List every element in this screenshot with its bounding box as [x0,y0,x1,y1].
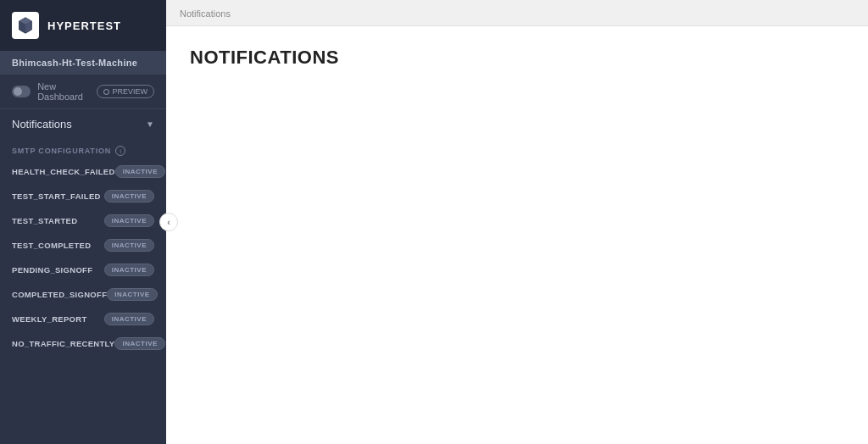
notification-item-name: NO_TRAFFIC_RECENTLY [12,339,114,348]
logo [12,12,39,39]
notification-item[interactable]: WEEKLY_REPORTINACTIVE [0,307,166,331]
sidebar: HYPERTEST Bhimcash-Ht-Test-Machine New D… [0,0,166,444]
dashboard-toggle[interactable] [12,86,31,97]
dashboard-label: New Dashboard [37,81,90,102]
inactive-status-badge: INACTIVE [104,239,154,252]
notification-items-list: HEALTH_CHECK_FAILEDINACTIVETEST_START_FA… [0,159,166,356]
notification-item-name: COMPLETED_SIGNOFF [12,290,107,299]
inactive-status-badge: INACTIVE [104,264,154,276]
page-title: NOTIFICATIONS [190,47,844,69]
notification-item[interactable]: HEALTH_CHECK_FAILEDINACTIVE [0,159,166,184]
info-icon[interactable]: i [115,146,125,156]
notification-item[interactable]: TEST_START_FAILEDINACTIVE [0,184,166,208]
breadcrumb: Notifications [166,0,868,26]
notifications-section[interactable]: Notifications ▼ [0,109,166,139]
notification-item-name: WEEKLY_REPORT [12,314,87,324]
notification-item-name: PENDING_SIGNOFF [12,265,92,275]
inactive-status-badge: INACTIVE [104,190,154,203]
collapse-button[interactable]: ‹ [159,213,178,231]
machine-name-label: Bhimcash-Ht-Test-Machine [0,51,166,75]
notification-item-name: TEST_START_FAILED [12,191,101,201]
notification-item[interactable]: TEST_COMPLETEDINACTIVE [0,233,166,258]
breadcrumb-text: Notifications [180,8,231,19]
brand-name: HYPERTEST [47,19,121,32]
notification-item-name: HEALTH_CHECK_FAILED [12,167,115,176]
notification-item[interactable]: NO_TRAFFIC_RECENTLYINACTIVE [0,331,166,356]
smtp-section: SMTP CONFIGURATION i [0,139,166,159]
notifications-label: Notifications [12,118,72,130]
smtp-label: SMTP CONFIGURATION [12,147,111,155]
dashboard-row: New Dashboard PREVIEW [0,75,166,109]
inactive-status-badge: INACTIVE [104,313,154,325]
main-body: NOTIFICATIONS [166,26,868,444]
main-content-area: Notifications NOTIFICATIONS [166,0,868,444]
notification-item[interactable]: TEST_STARTEDINACTIVE [0,208,166,233]
preview-dot-icon [103,89,109,95]
inactive-status-badge: INACTIVE [115,165,165,178]
notification-item-name: TEST_COMPLETED [12,241,91,250]
notification-item[interactable]: PENDING_SIGNOFFINACTIVE [0,258,166,282]
preview-badge[interactable]: PREVIEW [97,85,154,98]
inactive-status-badge: INACTIVE [107,288,157,301]
notification-item-name: TEST_STARTED [12,216,77,225]
inactive-status-badge: INACTIVE [104,214,154,227]
chevron-down-icon: ▼ [146,119,154,129]
inactive-status-badge: INACTIVE [114,337,164,350]
notification-item[interactable]: COMPLETED_SIGNOFFINACTIVE [0,282,166,307]
sidebar-header: HYPERTEST [0,0,166,51]
preview-label: PREVIEW [112,87,147,96]
